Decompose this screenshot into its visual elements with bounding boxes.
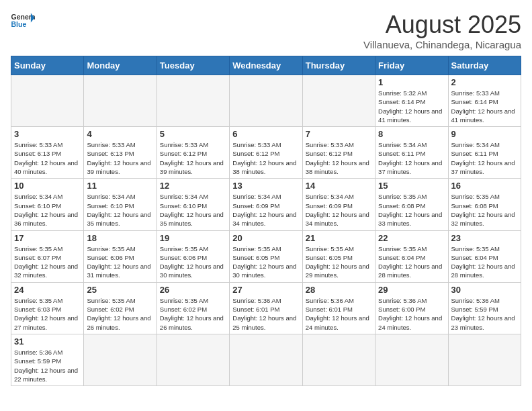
day-info: Sunrise: 5:35 AMSunset: 6:07 PMDaylight:… xyxy=(14,244,81,280)
day-number: 7 xyxy=(306,129,372,139)
calendar-cell: 27Sunrise: 5:36 AMSunset: 6:01 PMDayligh… xyxy=(230,282,302,334)
svg-text:Blue: Blue xyxy=(11,20,27,28)
calendar-cell: 2Sunrise: 5:33 AMSunset: 6:14 PMDaylight… xyxy=(448,75,521,127)
day-number: 21 xyxy=(306,233,372,243)
weekday-header-friday: Friday xyxy=(375,56,448,75)
calendar-cell xyxy=(448,334,521,385)
day-info: Sunrise: 5:35 AMSunset: 6:08 PMDaylight:… xyxy=(378,192,445,228)
subtitle: Villanueva, Chinandega, Nicaragua xyxy=(363,39,521,50)
day-info: Sunrise: 5:35 AMSunset: 6:05 PMDaylight:… xyxy=(232,244,299,280)
calendar-cell xyxy=(157,334,229,385)
day-info: Sunrise: 5:36 AMSunset: 6:01 PMDaylight:… xyxy=(306,296,372,332)
day-info: Sunrise: 5:33 AMSunset: 6:13 PMDaylight:… xyxy=(14,140,81,176)
calendar-cell: 31Sunrise: 5:36 AMSunset: 5:59 PMDayligh… xyxy=(11,334,84,385)
calendar-cell: 19Sunrise: 5:35 AMSunset: 6:06 PMDayligh… xyxy=(157,230,229,282)
calendar-cell: 25Sunrise: 5:35 AMSunset: 6:02 PMDayligh… xyxy=(84,282,157,334)
day-info: Sunrise: 5:34 AMSunset: 6:09 PMDaylight:… xyxy=(306,192,372,228)
day-number: 19 xyxy=(160,233,226,243)
weekday-header-monday: Monday xyxy=(84,56,157,75)
day-number: 22 xyxy=(378,233,445,243)
day-number: 9 xyxy=(451,129,518,139)
day-info: Sunrise: 5:35 AMSunset: 6:02 PMDaylight:… xyxy=(160,296,226,332)
calendar-cell: 22Sunrise: 5:35 AMSunset: 6:04 PMDayligh… xyxy=(375,230,448,282)
day-info: Sunrise: 5:33 AMSunset: 6:12 PMDaylight:… xyxy=(160,140,226,176)
calendar-cell: 6Sunrise: 5:33 AMSunset: 6:12 PMDaylight… xyxy=(230,127,302,179)
day-info: Sunrise: 5:35 AMSunset: 6:02 PMDaylight:… xyxy=(87,296,153,332)
calendar-cell xyxy=(11,75,84,127)
day-number: 17 xyxy=(14,233,81,243)
calendar-cell: 17Sunrise: 5:35 AMSunset: 6:07 PMDayligh… xyxy=(11,230,84,282)
calendar-cell: 10Sunrise: 5:34 AMSunset: 6:10 PMDayligh… xyxy=(11,179,84,230)
calendar-cell: 5Sunrise: 5:33 AMSunset: 6:12 PMDaylight… xyxy=(157,127,229,179)
weekday-header-wednesday: Wednesday xyxy=(230,56,302,75)
day-number: 13 xyxy=(232,181,299,191)
day-info: Sunrise: 5:34 AMSunset: 6:11 PMDaylight:… xyxy=(378,140,445,176)
calendar-cell xyxy=(375,334,448,385)
calendar-cell: 18Sunrise: 5:35 AMSunset: 6:06 PMDayligh… xyxy=(84,230,157,282)
day-info: Sunrise: 5:33 AMSunset: 6:14 PMDaylight:… xyxy=(451,89,518,124)
calendar-cell xyxy=(157,75,229,127)
calendar-cell: 23Sunrise: 5:35 AMSunset: 6:04 PMDayligh… xyxy=(448,230,521,282)
day-number: 14 xyxy=(306,181,372,191)
day-info: Sunrise: 5:34 AMSunset: 6:10 PMDaylight:… xyxy=(14,192,81,228)
day-number: 3 xyxy=(14,129,81,139)
day-info: Sunrise: 5:34 AMSunset: 6:09 PMDaylight:… xyxy=(232,192,299,228)
day-number: 4 xyxy=(87,129,153,139)
day-number: 26 xyxy=(160,285,226,295)
day-number: 31 xyxy=(14,336,81,347)
day-info: Sunrise: 5:33 AMSunset: 6:12 PMDaylight:… xyxy=(232,140,299,176)
day-number: 30 xyxy=(451,285,518,295)
logo: General Blue xyxy=(11,11,35,30)
day-info: Sunrise: 5:36 AMSunset: 6:01 PMDaylight:… xyxy=(232,296,299,332)
title-area: August 2025 Villanueva, Chinandega, Nica… xyxy=(363,11,521,50)
calendar-week-row: 31Sunrise: 5:36 AMSunset: 5:59 PMDayligh… xyxy=(11,334,521,385)
calendar-cell: 9Sunrise: 5:34 AMSunset: 6:11 PMDaylight… xyxy=(448,127,521,179)
calendar-cell: 7Sunrise: 5:33 AMSunset: 6:12 PMDaylight… xyxy=(302,127,375,179)
calendar-week-row: 24Sunrise: 5:35 AMSunset: 6:03 PMDayligh… xyxy=(11,282,521,334)
calendar-cell xyxy=(84,75,157,127)
weekday-header-tuesday: Tuesday xyxy=(157,56,229,75)
day-info: Sunrise: 5:34 AMSunset: 6:10 PMDaylight:… xyxy=(87,192,153,228)
day-info: Sunrise: 5:33 AMSunset: 6:13 PMDaylight:… xyxy=(87,140,153,176)
day-number: 28 xyxy=(306,285,372,295)
calendar-cell xyxy=(302,75,375,127)
day-info: Sunrise: 5:35 AMSunset: 6:04 PMDaylight:… xyxy=(378,244,445,280)
day-number: 10 xyxy=(14,181,81,191)
day-info: Sunrise: 5:36 AMSunset: 5:59 PMDaylight:… xyxy=(14,348,81,383)
calendar-cell: 24Sunrise: 5:35 AMSunset: 6:03 PMDayligh… xyxy=(11,282,84,334)
calendar-cell: 15Sunrise: 5:35 AMSunset: 6:08 PMDayligh… xyxy=(375,179,448,230)
calendar-cell: 13Sunrise: 5:34 AMSunset: 6:09 PMDayligh… xyxy=(230,179,302,230)
calendar-table: SundayMondayTuesdayWednesdayThursdayFrid… xyxy=(11,56,521,386)
day-number: 5 xyxy=(160,129,226,139)
day-info: Sunrise: 5:35 AMSunset: 6:06 PMDaylight:… xyxy=(87,244,153,280)
day-info: Sunrise: 5:35 AMSunset: 6:03 PMDaylight:… xyxy=(14,296,81,332)
calendar-cell: 30Sunrise: 5:36 AMSunset: 5:59 PMDayligh… xyxy=(448,282,521,334)
day-number: 12 xyxy=(160,181,226,191)
calendar-cell: 16Sunrise: 5:35 AMSunset: 6:08 PMDayligh… xyxy=(448,179,521,230)
calendar-week-row: 17Sunrise: 5:35 AMSunset: 6:07 PMDayligh… xyxy=(11,230,521,282)
weekday-header-thursday: Thursday xyxy=(302,56,375,75)
header: General Blue August 2025 Villanueva, Chi… xyxy=(11,11,521,50)
weekday-header-saturday: Saturday xyxy=(448,56,521,75)
calendar-cell xyxy=(84,334,157,385)
day-info: Sunrise: 5:34 AMSunset: 6:10 PMDaylight:… xyxy=(160,192,226,228)
calendar-week-row: 10Sunrise: 5:34 AMSunset: 6:10 PMDayligh… xyxy=(11,179,521,230)
weekday-header-sunday: Sunday xyxy=(11,56,84,75)
day-info: Sunrise: 5:34 AMSunset: 6:11 PMDaylight:… xyxy=(451,140,518,176)
calendar-header-row: SundayMondayTuesdayWednesdayThursdayFrid… xyxy=(11,56,521,75)
day-number: 23 xyxy=(451,233,518,243)
calendar-cell: 28Sunrise: 5:36 AMSunset: 6:01 PMDayligh… xyxy=(302,282,375,334)
day-info: Sunrise: 5:35 AMSunset: 6:04 PMDaylight:… xyxy=(451,244,518,280)
calendar-cell xyxy=(230,75,302,127)
generalblue-logo-icon: General Blue xyxy=(11,11,35,30)
day-info: Sunrise: 5:36 AMSunset: 5:59 PMDaylight:… xyxy=(451,296,518,332)
calendar-cell: 8Sunrise: 5:34 AMSunset: 6:11 PMDaylight… xyxy=(375,127,448,179)
calendar-cell: 14Sunrise: 5:34 AMSunset: 6:09 PMDayligh… xyxy=(302,179,375,230)
day-number: 18 xyxy=(87,233,153,243)
calendar-week-row: 3Sunrise: 5:33 AMSunset: 6:13 PMDaylight… xyxy=(11,127,521,179)
calendar-cell: 12Sunrise: 5:34 AMSunset: 6:10 PMDayligh… xyxy=(157,179,229,230)
day-info: Sunrise: 5:35 AMSunset: 6:06 PMDaylight:… xyxy=(160,244,226,280)
day-info: Sunrise: 5:32 AMSunset: 6:14 PMDaylight:… xyxy=(378,89,445,124)
day-number: 20 xyxy=(232,233,299,243)
day-number: 15 xyxy=(378,181,445,191)
